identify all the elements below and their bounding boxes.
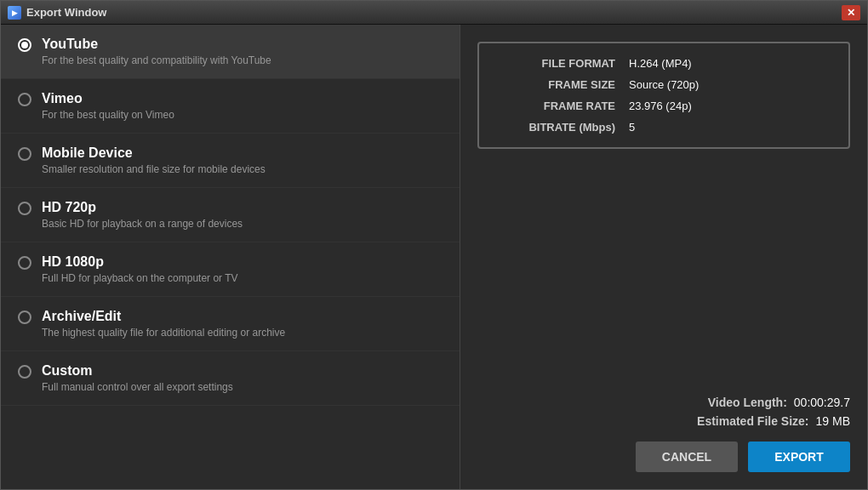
option-text-hd720: HD 720pBasic HD for playback on a range … xyxy=(42,200,243,230)
frame-size-value: Source (720p) xyxy=(629,78,831,91)
bitrate-label: BITRATE (Mbps) xyxy=(496,121,615,134)
radio-youtube xyxy=(18,38,31,52)
radio-archive xyxy=(18,311,31,324)
radio-hd1080 xyxy=(18,256,31,270)
frame-rate-value: 23.976 (24p) xyxy=(629,100,831,112)
file-size-value: 19 MB xyxy=(816,414,850,428)
option-desc-mobile: Smaller resolution and file size for mob… xyxy=(42,163,266,175)
file-format-row: FILE FORMAT H.264 (MP4) xyxy=(496,57,831,70)
right-panel: FILE FORMAT H.264 (MP4) FRAME SIZE Sourc… xyxy=(460,25,867,489)
options-panel: YouTubeFor the best quality and compatib… xyxy=(1,25,460,489)
file-format-value: H.264 (MP4) xyxy=(629,57,831,70)
option-text-youtube: YouTubeFor the best quality and compatib… xyxy=(42,37,271,66)
main-content: YouTubeFor the best quality and compatib… xyxy=(1,25,867,489)
bitrate-row: BITRATE (Mbps) 5 xyxy=(496,121,831,134)
option-text-archive: Archive/EditThe highest quality file for… xyxy=(42,309,285,339)
radio-hd720 xyxy=(18,202,31,215)
radio-mobile xyxy=(18,147,31,161)
title-bar-left: ▶ Export Window xyxy=(8,6,107,20)
option-title-youtube: YouTube xyxy=(42,37,271,52)
option-desc-vimeo: For the best quality on Vimeo xyxy=(42,109,174,121)
frame-rate-row: FRAME RATE 23.976 (24p) xyxy=(496,100,831,112)
file-format-label: FILE FORMAT xyxy=(496,57,615,70)
cancel-button[interactable]: CANCEL xyxy=(636,442,738,472)
option-title-hd1080: HD 1080p xyxy=(42,254,238,270)
file-size-row: Estimated File Size: 19 MB xyxy=(697,414,850,428)
option-item-vimeo[interactable]: VimeoFor the best quality on Vimeo xyxy=(1,79,460,134)
export-button[interactable]: EXPORT xyxy=(748,442,850,472)
option-text-mobile: Mobile DeviceSmaller resolution and file… xyxy=(42,145,266,175)
frame-size-row: FRAME SIZE Source (720p) xyxy=(496,78,831,91)
option-text-hd1080: HD 1080pFull HD for playback on the comp… xyxy=(42,254,238,284)
bitrate-value: 5 xyxy=(629,121,831,134)
option-desc-hd1080: Full HD for playback on the computer or … xyxy=(42,272,238,284)
frame-size-label: FRAME SIZE xyxy=(496,78,615,91)
window-title: Export Window xyxy=(26,6,107,19)
option-title-vimeo: Vimeo xyxy=(42,91,174,106)
option-title-hd720: HD 720p xyxy=(42,200,243,215)
right-bottom: Video Length: 00:00:29.7 Estimated File … xyxy=(477,162,850,472)
frame-rate-label: FRAME RATE xyxy=(496,100,615,112)
option-item-hd720[interactable]: HD 720pBasic HD for playback on a range … xyxy=(1,188,460,242)
video-length-value: 00:00:29.7 xyxy=(794,396,850,409)
file-info: Video Length: 00:00:29.7 Estimated File … xyxy=(477,396,850,428)
option-desc-youtube: For the best quality and compatibility w… xyxy=(42,54,271,66)
option-item-custom[interactable]: CustomFull manual control over all expor… xyxy=(1,351,460,406)
option-item-hd1080[interactable]: HD 1080pFull HD for playback on the comp… xyxy=(1,242,460,297)
film-icon: ▶ xyxy=(8,6,21,20)
option-desc-custom: Full manual control over all export sett… xyxy=(42,381,233,393)
radio-vimeo xyxy=(18,93,31,106)
title-bar: ▶ Export Window ✕ xyxy=(1,1,867,25)
option-title-custom: Custom xyxy=(42,363,233,379)
option-item-archive[interactable]: Archive/EditThe highest quality file for… xyxy=(1,297,460,351)
option-text-vimeo: VimeoFor the best quality on Vimeo xyxy=(42,91,174,121)
button-row: CANCEL EXPORT xyxy=(477,442,850,472)
option-item-youtube[interactable]: YouTubeFor the best quality and compatib… xyxy=(1,25,460,79)
export-window: ▶ Export Window ✕ YouTubeFor the best qu… xyxy=(0,0,868,490)
option-desc-archive: The highest quality file for additional … xyxy=(42,327,285,339)
option-item-mobile[interactable]: Mobile DeviceSmaller resolution and file… xyxy=(1,134,460,188)
option-text-custom: CustomFull manual control over all expor… xyxy=(42,363,233,393)
radio-custom xyxy=(18,365,31,379)
option-title-archive: Archive/Edit xyxy=(42,309,285,324)
option-title-mobile: Mobile Device xyxy=(42,145,266,161)
close-button[interactable]: ✕ xyxy=(842,5,860,20)
video-length-label: Video Length: xyxy=(708,396,787,409)
format-info-box: FILE FORMAT H.264 (MP4) FRAME SIZE Sourc… xyxy=(477,42,850,149)
video-length-row: Video Length: 00:00:29.7 xyxy=(708,396,850,409)
option-desc-hd720: Basic HD for playback on a range of devi… xyxy=(42,218,243,230)
file-size-label: Estimated File Size: xyxy=(697,414,808,428)
